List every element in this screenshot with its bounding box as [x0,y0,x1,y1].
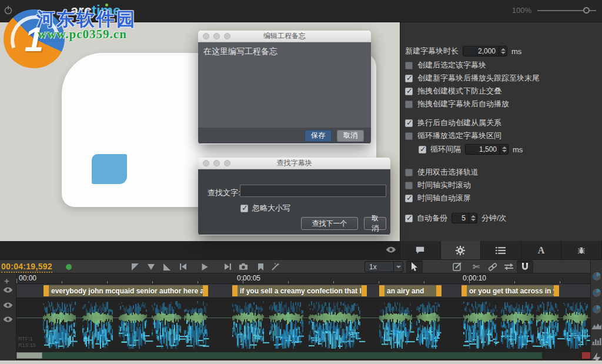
time-ruler[interactable]: 00:000:00:050:00:10 [16,273,590,284]
timeline-scrollbar[interactable] [16,352,590,359]
wand-icon[interactable] [270,262,280,272]
options-group-1: 创建后选定该字幕块创建新字幕块后播放头跟踪至块末尾拖拽创建模式下防止交叠拖拽创建… [405,59,540,111]
option-checkbox[interactable] [405,182,413,189]
loop-interval-spinner[interactable]: 1,500 [465,144,509,155]
memo-dialog-footer: 保存 取消 [198,128,371,143]
subtitle-block[interactable]: if you sell a creamy confection that lig… [232,285,367,296]
subtitle-track[interactable]: everybody john mcquaid senior author her… [16,284,590,298]
search-input[interactable] [240,185,386,197]
spectrogram-track[interactable]: RTF:1 R1S:15 [16,298,590,350]
subtitle-block[interactable]: or you get that across in your [461,285,559,296]
ignore-case-checkbox[interactable] [240,205,248,212]
auto-backup-checkbox[interactable] [405,215,413,222]
option-checkbox[interactable] [405,88,413,95]
subtitle-right-handle[interactable] [554,285,559,296]
scrollbar-thumb[interactable] [16,352,42,359]
option-checkbox[interactable] [405,119,413,127]
subtitle-left-handle[interactable] [379,285,384,296]
maximize-icon [224,160,230,166]
subtitle-text: an airy and [384,287,430,295]
option-checkbox[interactable] [405,132,413,140]
auto-backup-spinner[interactable]: 5 [452,213,477,223]
subtitle-left-handle[interactable] [44,285,49,296]
subtitle-right-handle[interactable] [436,285,442,296]
duration-spinner[interactable]: 2,000 [463,46,507,56]
play-icon[interactable] [199,262,210,272]
link-icon [488,263,497,271]
skip-start-icon[interactable] [178,262,188,272]
save-button[interactable]: 保存 [305,130,332,142]
subtitle-right-handle[interactable] [203,285,208,296]
edit-tool-button[interactable] [449,261,466,273]
tab-comments[interactable] [400,241,441,259]
subtitle-text: or you get that across in your [467,287,559,295]
find-dialog-titlebar[interactable]: 查找字幕块 [198,158,390,169]
scissors-icon: ✄ [473,262,480,272]
subtitle-track-eye-icon[interactable] [3,286,13,293]
option-checkbox[interactable] [405,75,413,82]
speed-dropdown-arrow[interactable] [393,262,403,272]
audio-track-eye-icon[interactable] [3,302,13,309]
window-control-buttons[interactable] [203,160,230,166]
memo-dialog-titlebar[interactable]: 编辑工程备忘 [198,31,371,42]
tab-styles[interactable]: A [521,241,562,259]
power-icon[interactable] [4,5,13,15]
triangle-down-icon[interactable] [146,262,156,272]
pie-view-icon-1[interactable] [592,272,601,281]
option-checkbox[interactable] [405,195,413,202]
settings-option-row: 换行后自动创建从属关系 [405,116,501,129]
window-control-buttons[interactable] [203,33,230,39]
subtitle-block[interactable]: everybody john mcquaid senior author her… [44,285,208,296]
triangle-down-left-icon[interactable] [162,262,172,272]
triangle-up-left-icon[interactable] [130,262,141,272]
subtitle-left-handle[interactable] [232,285,238,296]
settings-panel: 新建字幕块时长 2,000 ms 创建后选定该字幕块创建新字幕块后播放头跟踪至块… [400,22,602,241]
swap-arrows-icon [504,263,514,271]
ignore-case-row: 忽略大小写 [240,203,290,213]
magnet-tool-button[interactable] [517,261,533,273]
link-tool-button[interactable] [484,261,501,273]
subtitle-right-handle[interactable] [362,285,367,296]
minimize-icon [213,33,220,39]
waveform-view-icon[interactable] [592,322,601,332]
cursor-icon [411,262,418,271]
add-track-icon[interactable]: + [4,276,9,286]
tab-settings[interactable] [441,241,481,259]
playback-speed-select[interactable]: 1x [364,261,403,272]
timecode-display[interactable]: 00:04:19,592 [1,262,52,273]
camera-icon[interactable] [238,262,249,272]
option-checkbox[interactable] [405,101,413,108]
spectrogram-track-eye-icon[interactable] [3,316,13,323]
loop-interval-checkbox[interactable] [419,146,426,153]
select-tool-button[interactable] [406,261,423,273]
loop-interval-spinner-arrows[interactable] [500,145,508,154]
option-label: 使用双击选择轨道 [417,167,479,178]
skip-end-icon[interactable] [222,262,233,272]
track-gutter: + [0,273,16,360]
cut-tool-button[interactable]: ✄ [468,261,484,273]
option-checkbox[interactable] [405,169,413,176]
subtitle-left-handle[interactable] [461,285,467,296]
settings-option-row: 时间轴实时滚动 [405,179,479,192]
option-checkbox[interactable] [405,62,413,69]
ruler-time-label: 00:00 [19,274,36,282]
preview-eye-icon[interactable] [386,246,396,253]
duration-spinner-arrows[interactable] [499,46,507,56]
tab-debug[interactable] [561,241,602,259]
pie-view-icon-2[interactable] [592,288,601,298]
memo-textarea[interactable]: 在这里编写工程备忘 [198,42,371,128]
auto-backup-spinner-arrows[interactable] [469,213,477,223]
bar-chart-view-icon[interactable] [592,338,601,347]
swap-tool-button[interactable] [500,261,517,273]
zoom-slider-knob[interactable] [583,7,590,14]
option-label: 创建后选定该字幕块 [417,60,486,71]
bookmark-icon[interactable] [255,262,266,272]
pie-view-icon-3[interactable] [592,305,601,314]
subtitle-block[interactable]: an airy and [379,285,442,296]
memo-cancel-button[interactable]: 取消 [337,130,364,142]
minimize-icon [213,160,220,166]
zoom-slider[interactable] [537,10,596,11]
tab-subtitle-list[interactable] [481,241,521,259]
find-cancel-button[interactable]: 取消 [364,217,386,230]
find-next-button[interactable]: 查找下一个 [301,217,358,230]
